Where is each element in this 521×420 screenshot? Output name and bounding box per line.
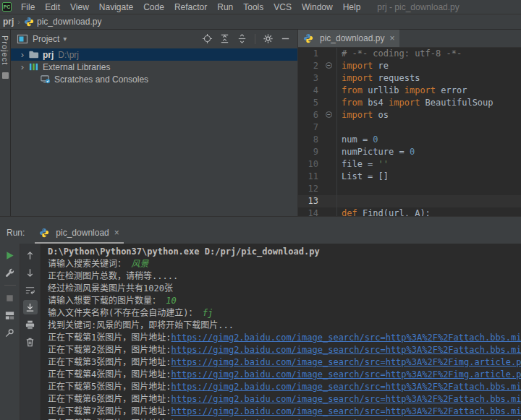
menu-tools[interactable]: Tools [238,2,268,12]
breadcrumb: prj › pic_download.py [0,14,521,30]
breadcrumb-file[interactable]: pic_download.py [37,17,101,27]
code-editor[interactable]: 1# -*- coding: utf-8 -*-2−import re3impo… [298,48,521,216]
image-url-link[interactable]: https://gimg2.baidu.com/image_search/src… [171,406,521,416]
image-url-link[interactable]: https://gimg2.baidu.com/image_search/src… [171,345,521,355]
code-text: import re [337,60,389,72]
fold-column [324,171,337,183]
project-tree: ›prjD:\prj›External LibrariesScratches a… [11,48,297,216]
console-text: 输入文件夹名称(不存在会自动建立)： [48,308,203,318]
tree-item-external-libraries[interactable]: ›External Libraries [11,61,297,73]
close-tab-icon[interactable]: × [389,33,394,43]
console-line: 输入文件夹名称(不存在会自动建立)： fj [48,307,521,320]
settings-gear-icon[interactable] [262,33,274,45]
menu-view[interactable]: View [65,2,94,12]
expand-collapse-icon[interactable] [236,33,248,45]
fold-column [324,207,337,216]
breadcrumb-project[interactable]: prj [3,17,14,27]
tool-window-stripe-icon[interactable] [2,72,9,79]
line-number: 5 [298,97,324,109]
image-url-link[interactable]: https://gimg2.baidu.com/image_search/src… [171,382,521,392]
console-line: 正在检测图片总数，请稍等..... [48,270,521,283]
tree-item-path: D:\prj [58,50,79,60]
tree-item-prj[interactable]: ›prjD:\prj [11,48,297,61]
clear-all-icon[interactable] [23,335,38,349]
tree-item-label: prj [43,50,54,60]
console-text: 请输入搜索关键词： [48,259,131,269]
down-stack-trace-icon[interactable] [23,265,38,280]
line-number: 6 [298,109,324,121]
menu-navigate[interactable]: Navigate [94,2,138,12]
up-stack-trace-icon[interactable] [23,248,38,262]
tree-item-label: External Libraries [43,62,110,72]
console-text: 经过检测风景类图片共有1020张 [48,283,173,293]
image-url-link[interactable]: https://gimg2.baidu.com/image_search/src… [171,369,521,380]
menu-code[interactable]: Code [138,2,169,12]
menu-vcs[interactable]: VCS [268,2,297,12]
locate-icon[interactable] [201,33,213,45]
menu-window[interactable]: Window [297,2,338,12]
expand-chevron-icon[interactable]: › [17,61,28,72]
project-panel-header: Project ▾ [11,30,297,48]
user-input-text: 10 [166,296,176,306]
code-line-9: 9numPicture = 0 [298,146,521,158]
code-line-12: 12 [298,183,521,195]
user-input-text: fj [203,308,213,318]
project-panel-title[interactable]: Project [33,34,59,44]
line-number: 11 [298,171,324,183]
fold-column [324,158,337,171]
image-url-link[interactable]: https://gimg2.baidu.com/image_search/src… [171,333,521,343]
code-text [337,195,342,207]
expand-chevron-icon[interactable]: › [17,49,28,60]
collapse-all-icon[interactable] [219,33,231,45]
print-icon[interactable] [23,317,38,332]
restore-layout-icon[interactable] [3,308,17,322]
fold-region-icon[interactable]: − [324,109,337,121]
line-number: 2 [298,60,324,72]
tree-item-scratches-and-consoles[interactable]: Scratches and Consoles [11,73,297,85]
menu-file[interactable]: File [16,2,40,12]
library-icon [28,61,40,73]
fold-column [324,97,337,109]
editor-tab-pic-download[interactable]: pic_download.py × [298,30,399,47]
code-text: from bs4 import BeautifulSoup [337,97,494,109]
console-line: 正在下载第6张图片，图片地址:https://gimg2.baidu.com/i… [48,393,521,406]
run-panel: Run: pic_download × [0,216,521,420]
menu-run[interactable]: Run [212,2,238,12]
fold-column [324,134,337,146]
image-url-link[interactable]: https://gimg2.baidu.com/image_search/src… [171,394,521,404]
tree-item-label: Scratches and Consoles [54,74,148,85]
menu-help[interactable]: Help [338,2,366,12]
console-line: 正在下载第2张图片，图片地址:https://gimg2.baidu.com/i… [48,344,521,356]
line-number: 13 [298,195,324,207]
close-run-tab-icon[interactable]: × [114,228,119,238]
soft-wrap-icon[interactable] [23,283,38,297]
fold-region-icon[interactable]: − [324,60,337,72]
code-text: # -*- coding: utf-8 -*- [337,48,462,60]
scroll-to-end-icon[interactable] [23,300,38,314]
fold-column [324,195,337,207]
fold-column [324,146,337,158]
editor-tab-bar: pic_download.py × [298,30,521,48]
window-title: prj - pic_download.py [377,2,459,12]
line-number: 14 [298,207,324,216]
project-view-icon [17,33,28,45]
console-text: 正在下载第5张图片，图片地址: [48,382,171,392]
run-tab-pic-download[interactable]: pic_download × [35,228,123,244]
editor-tab-label: pic_download.py [320,33,384,43]
stop-icon[interactable] [3,291,17,305]
menu-edit[interactable]: Edit [40,2,65,12]
run-console-output[interactable]: D:\Python\Python37\python.exe D:/prj/pic… [41,244,521,420]
project-stripe-button[interactable]: Project [1,35,9,65]
hide-panel-icon[interactable] [279,33,292,45]
menu-refactor[interactable]: Refactor [169,2,212,12]
settings-wrench-icon[interactable] [3,265,17,280]
pin-tab-icon[interactable] [3,325,17,340]
toolbar-divider [4,285,16,286]
chevron-down-icon[interactable]: ▾ [63,35,67,43]
image-url-link[interactable]: https://gimg2.baidu.com/image_search/src… [171,357,521,367]
menu-bar-items: FileEditViewNavigateCodeRefactorRunTools… [16,2,365,12]
console-line: 经过检测风景类图片共有1020张 [48,283,521,295]
console-text: 找到关键词:风景的图片，即将开始下载图片... [48,320,234,330]
code-line-4: 4from urllib import error [298,85,521,97]
rerun-icon[interactable] [3,248,17,262]
